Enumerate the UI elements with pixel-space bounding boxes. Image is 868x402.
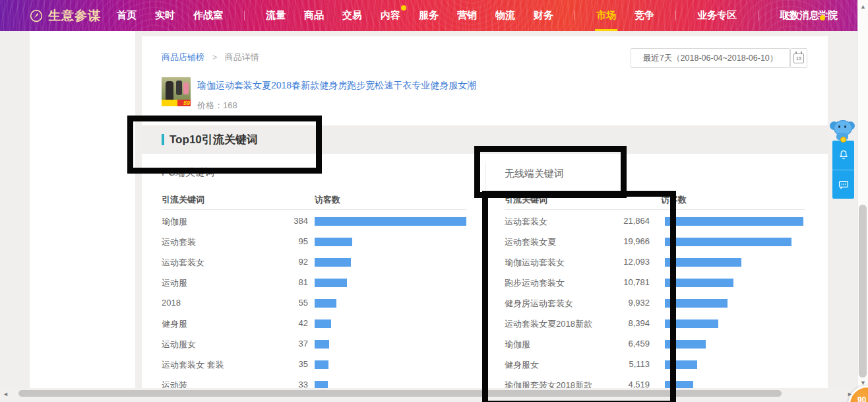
calendar-button[interactable]: 15 bbox=[790, 48, 807, 68]
nav-divider bbox=[574, 11, 575, 20]
horizontal-scrollbar-thumb[interactable] bbox=[18, 390, 782, 397]
left-sidebar-panel bbox=[30, 31, 135, 402]
keyword-label[interactable]: 瑜伽服 bbox=[505, 339, 530, 351]
corner-badge-label: 90 bbox=[857, 395, 866, 402]
visitor-bar bbox=[665, 279, 733, 287]
breadcrumb-parent-link[interactable]: 商品店铺榜 bbox=[162, 52, 204, 62]
visitor-count: 6,459 bbox=[584, 339, 650, 349]
keyword-label[interactable]: 运动套装女 套装 bbox=[162, 359, 224, 371]
keyword-row: 健身房运动套装女 9,932 bbox=[505, 292, 805, 312]
keyword-label[interactable]: 运动套装女夏2018新款 bbox=[505, 318, 592, 330]
chat-icon bbox=[838, 179, 850, 191]
wireless-keywords-table: 引流关键词 访客数 运动套装女 21,864 运动套装女夏 19,966 瑜伽运… bbox=[505, 190, 805, 394]
nav-item-作战室[interactable]: 作战室 bbox=[184, 0, 232, 31]
nav-item-商品[interactable]: 商品 bbox=[295, 0, 333, 31]
nav-item-内容[interactable]: 内容 bbox=[371, 0, 410, 31]
nav-item-label: 市场 bbox=[596, 9, 616, 22]
nav-item-label: 作战室 bbox=[193, 9, 223, 22]
keyword-label[interactable]: 健身房运动套装女 bbox=[505, 298, 573, 310]
nav-item-业务专区[interactable]: 业务专区 bbox=[688, 0, 746, 31]
mascot-eye bbox=[844, 125, 846, 128]
thumb-figure bbox=[176, 81, 182, 95]
keyword-label[interactable]: 健身服女 bbox=[505, 359, 539, 371]
scroll-up-arrow[interactable]: ▲ bbox=[860, 4, 866, 10]
brand-name: 生意参谋 bbox=[48, 7, 101, 24]
nav-item-流量[interactable]: 流量 bbox=[257, 0, 295, 31]
nav-item-label: 首页 bbox=[117, 9, 137, 22]
visitor-bar bbox=[315, 238, 352, 246]
column-header-keyword: 引流关键词 bbox=[505, 194, 547, 206]
keyword-row: 运动套装女夏 19,966 bbox=[505, 230, 805, 251]
nav-item-财务[interactable]: 财务 bbox=[524, 0, 563, 31]
nav-item-交易[interactable]: 交易 bbox=[333, 0, 371, 31]
breadcrumb: 商品店铺榜 > 商品详情 bbox=[162, 51, 259, 63]
keyword-label[interactable]: 运动套装女 bbox=[162, 257, 204, 269]
mascot-badge bbox=[840, 137, 846, 143]
keyword-row: 运动套装 95 bbox=[162, 230, 466, 251]
thumb-price-tag: 59 bbox=[183, 100, 190, 106]
nav-item-label: 实时 bbox=[155, 9, 175, 22]
keyword-label[interactable]: 运动服 bbox=[162, 277, 187, 289]
pc-keywords-subtitle: PC端关键词 bbox=[162, 166, 215, 179]
nav-item-物流[interactable]: 物流 bbox=[486, 0, 524, 31]
date-range-picker[interactable]: 最近7天（2018-06-04~2018-06-10） bbox=[631, 48, 790, 68]
visitor-bar bbox=[315, 217, 466, 226]
scroll-left-arrow[interactable]: ◄ bbox=[3, 391, 9, 397]
keyword-row: 健身服女 5,113 bbox=[505, 353, 805, 374]
keyword-row: 2018 55 bbox=[162, 292, 466, 312]
nav-item-市场[interactable]: 市场 bbox=[587, 0, 625, 31]
visitor-bar bbox=[665, 319, 718, 328]
nav-item-服务[interactable]: 服务 bbox=[410, 0, 448, 31]
product-thumbnail[interactable]: 59 bbox=[162, 77, 191, 106]
keyword-label[interactable]: 健身服 bbox=[162, 318, 187, 330]
visitor-count: 95 bbox=[242, 236, 308, 246]
page: 生意参谋 首页 实时 作战室 流量 商品 交易 内容 服务 营销 物流 财务 市… bbox=[0, 0, 868, 402]
nav-item-label: 营销 bbox=[457, 9, 477, 22]
table-rows: 运动套装女 21,864 运动套装女夏 19,966 瑜伽运动套装女 12,09… bbox=[505, 210, 805, 394]
keyword-label[interactable]: 运动套装女 bbox=[505, 216, 547, 228]
visitor-bar bbox=[315, 299, 336, 308]
keyword-label[interactable]: 运动套装 bbox=[162, 236, 196, 248]
calendar-icon: 15 bbox=[793, 53, 804, 63]
keyword-label[interactable]: 瑜伽运动套装女 bbox=[505, 257, 565, 269]
message-label-wrap: 消息 bbox=[799, 9, 819, 22]
elephant-mascot[interactable] bbox=[830, 119, 855, 142]
keyword-label[interactable]: 运动套装女夏 bbox=[505, 236, 556, 248]
feedback-chat-button[interactable] bbox=[832, 170, 854, 199]
nav-item-实时[interactable]: 实时 bbox=[146, 0, 184, 31]
nav-item-label: 业务专区 bbox=[697, 9, 737, 22]
column-header-keyword: 引流关键词 bbox=[162, 194, 204, 206]
thumb-figure bbox=[183, 83, 189, 94]
visitor-count: 384 bbox=[242, 216, 308, 226]
column-divider bbox=[485, 162, 486, 388]
pc-keywords-table: 引流关键词 访客数 瑜伽服 384 运动套装 95 运动套装女 92 运动服 8… bbox=[162, 190, 466, 394]
nav-item-label: 财务 bbox=[534, 9, 553, 22]
vertical-scrollbar-thumb[interactable] bbox=[859, 205, 867, 378]
notification-bell-button[interactable] bbox=[832, 141, 854, 170]
visitor-bar bbox=[665, 258, 741, 267]
keyword-row: 健身服 42 bbox=[162, 312, 466, 333]
product-title-link[interactable]: 瑜伽运动套装女夏2018春新款健身房跑步宽松速干衣专业健身服女潮 bbox=[197, 80, 476, 92]
visitor-bar bbox=[315, 360, 328, 369]
visitor-count: 81 bbox=[242, 277, 308, 287]
nav-item-营销[interactable]: 营销 bbox=[448, 0, 486, 31]
keyword-row: 瑜伽运动套装女 12,093 bbox=[505, 251, 805, 271]
keyword-row: 瑜伽服 384 bbox=[162, 210, 466, 230]
envelope-icon bbox=[785, 12, 795, 20]
message-label: 消息 bbox=[799, 9, 819, 20]
keyword-label[interactable]: 运动服女 bbox=[162, 339, 196, 351]
keyword-label[interactable]: 2018 bbox=[162, 298, 181, 308]
visitor-bar bbox=[315, 319, 331, 328]
column-header-visitors: 访客数 bbox=[661, 194, 687, 206]
nav-message[interactable]: 消息 bbox=[785, 0, 819, 31]
keyword-row: 运动服女 37 bbox=[162, 333, 466, 353]
visitor-count: 55 bbox=[242, 298, 308, 308]
keyword-label[interactable]: 跑步运动套装女 bbox=[505, 277, 565, 289]
breadcrumb-current: 商品详情 bbox=[225, 52, 259, 62]
mascot-eye bbox=[838, 125, 840, 128]
nav-item-竞争[interactable]: 竞争 bbox=[625, 0, 664, 31]
keyword-label[interactable]: 瑜伽服 bbox=[162, 216, 187, 228]
nav-item-首页[interactable]: 首页 bbox=[108, 0, 146, 31]
brand[interactable]: 生意参谋 bbox=[30, 0, 101, 31]
nav-item-label: 竞争 bbox=[635, 9, 654, 22]
